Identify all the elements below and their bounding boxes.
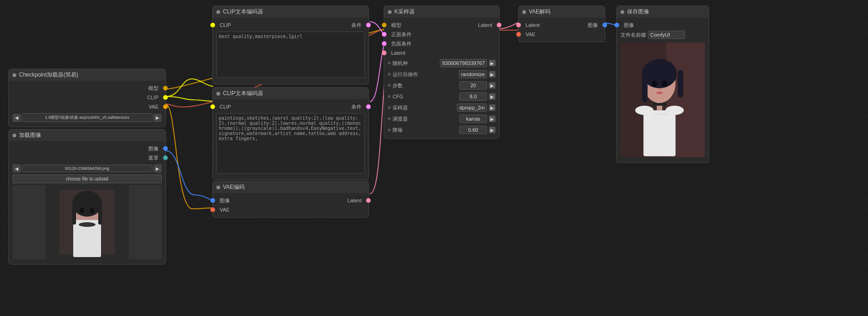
k-seed-row: 随机种 830006798339767 ▶: [384, 58, 499, 69]
clip-encoder2-header: CLIP文本编码器: [213, 88, 368, 99]
k-latent-row: Latent: [384, 48, 499, 58]
k-latent-out[interactable]: [497, 23, 501, 27]
k-cfg-arrow[interactable]: ▶: [489, 93, 495, 100]
k-pos-label: 正面条件: [388, 31, 414, 38]
vae-connector[interactable]: [163, 104, 168, 109]
load-image-header: 加载图像: [9, 129, 165, 141]
k-cfg-value[interactable]: 8.0: [459, 92, 487, 101]
model-label: 模型: [146, 85, 161, 92]
k-action-value[interactable]: randomize: [459, 70, 487, 78]
image-out-connector[interactable]: [163, 146, 168, 151]
vae-enc-vae-label: VAE: [217, 207, 232, 213]
load-image-dot: [13, 134, 16, 137]
vae-enc-image-row: 图像 Latent: [213, 196, 368, 205]
k-action-arrow[interactable]: ▶: [489, 71, 495, 77]
svg-rect-15: [642, 70, 647, 102]
svg-point-18: [662, 80, 667, 87]
svg-rect-6: [98, 201, 102, 225]
clip-enc2-cond-out[interactable]: [366, 104, 371, 109]
svg-point-19: [659, 89, 660, 90]
k-steps-value[interactable]: 20: [459, 81, 487, 90]
clip-enc1-clip-in[interactable]: [210, 23, 215, 27]
k-scheduler-arrow[interactable]: ▶: [489, 116, 495, 122]
save-image-in-label: 图像: [621, 22, 637, 29]
vae-dec-image-out[interactable]: [602, 23, 607, 27]
model-connector[interactable]: [163, 86, 168, 90]
clip-encoder2-text[interactable]: paintings,sketches,(worst quality:2),(lo…: [216, 113, 365, 174]
clip-encoder2-body: CLIP 条件 paintings,sketches,(worst qualit…: [213, 99, 368, 180]
svg-rect-26: [653, 114, 667, 115]
k-latent-label: Latent: [388, 50, 408, 56]
k-model-label: 模型: [388, 22, 404, 29]
checkpoint-header: Checkpoint加载器(简易): [9, 69, 165, 81]
load-image-thumb: [13, 185, 162, 259]
svg-point-4: [72, 191, 102, 217]
svg-rect-22: [653, 103, 666, 106]
vae-enc-image-label: 图像: [217, 197, 233, 204]
vae-decoder-body: Latent 图像 VAE: [519, 18, 605, 42]
k-cfg-row: CFG 8.0 ▶: [384, 91, 499, 102]
k-sampler-type-arrow[interactable]: ▶: [489, 104, 495, 111]
vae-encoder-body: 图像 Latent VAE: [213, 193, 368, 217]
k-denoise-arrow[interactable]: ▶: [489, 127, 495, 133]
k-sampler-type-label: 采样器: [393, 104, 455, 111]
k-denoise-icon: [388, 129, 391, 131]
vae-enc-vae-in[interactable]: [210, 207, 215, 212]
k-denoise-row: 降噪 0.60 ▶: [384, 124, 499, 135]
k-cfg-label: CFG: [393, 94, 457, 99]
svg-point-24: [635, 106, 654, 115]
k-steps-label: 步数: [393, 82, 457, 89]
k-latent-out-label: Latent: [475, 22, 495, 28]
vae-enc-latent-out[interactable]: [366, 198, 371, 203]
filename-row: 文件名前缀 ComfyUI: [617, 30, 709, 40]
image-out-label: 图像: [146, 145, 161, 152]
mask-out-connector[interactable]: [163, 155, 168, 160]
k-sampler-type-value[interactable]: dpmpp_2m: [457, 103, 487, 112]
k-model-row: 模型 Latent: [384, 20, 499, 30]
k-model-in[interactable]: [382, 23, 386, 27]
vae-label: VAE: [146, 104, 161, 110]
k-pos-in[interactable]: [382, 32, 386, 37]
vae-dec-image-out-label: 图像: [585, 22, 601, 29]
vae-dec-latent-label: Latent: [523, 22, 543, 28]
upload-button[interactable]: choose file to upload: [13, 174, 162, 183]
image-next-btn[interactable]: ▶: [153, 164, 162, 173]
clip-label: CLIP: [145, 95, 161, 100]
clip-enc1-dot: [216, 10, 220, 14]
k-pos-row: 正面条件: [384, 30, 499, 39]
clip-encoder1-text[interactable]: best quality,masterpiece,1girl: [216, 32, 365, 78]
vae-dec-latent-in[interactable]: [516, 23, 521, 27]
clip-connector[interactable]: [163, 95, 168, 100]
image-selector: ◀ 00120-2366584358.png ▶: [13, 164, 162, 173]
clip-enc1-clip-label: CLIP: [217, 22, 234, 28]
k-denoise-value[interactable]: 0.60: [459, 126, 487, 134]
clip-enc1-cond-out[interactable]: [366, 23, 371, 27]
vae-enc-image-in[interactable]: [210, 198, 215, 203]
clip-enc2-clip-in[interactable]: [210, 104, 215, 109]
k-scheduler-value[interactable]: karras: [459, 115, 487, 123]
k-seed-value[interactable]: 830006798339767: [440, 59, 487, 67]
svg-point-8: [90, 208, 95, 213]
vae-decoder-header: VAE解码: [519, 6, 605, 18]
k-steps-arrow[interactable]: ▶: [489, 82, 495, 89]
k-denoise-label: 降噪: [393, 127, 457, 134]
k-latent-in[interactable]: [382, 51, 386, 55]
k-sampler-dot: [388, 10, 392, 14]
k-steps-row: 步数 20 ▶: [384, 80, 499, 91]
clip-encoder2-title: CLIP文本编码器: [223, 90, 263, 97]
vae-dec-vae-in[interactable]: [516, 32, 521, 37]
k-sampler-title: K采样器: [394, 8, 415, 16]
k-seed-arrow[interactable]: ▶: [489, 60, 495, 66]
image-value: 00120-2366584358.png: [22, 165, 152, 172]
port-vae: VAE: [9, 102, 165, 111]
save-image-dot: [621, 10, 624, 14]
image-prev-btn[interactable]: ◀: [13, 164, 21, 173]
filename-value[interactable]: ComfyUI: [648, 31, 685, 39]
vae-enc-vae-row: VAE: [213, 205, 368, 214]
checkpoint-prev-btn[interactable]: ◀: [13, 114, 21, 122]
k-neg-in[interactable]: [382, 41, 386, 46]
svg-rect-5: [72, 201, 76, 225]
checkpoint-next-btn[interactable]: ▶: [153, 114, 162, 122]
vae-dec-dot: [522, 10, 526, 14]
save-image-in[interactable]: [615, 23, 619, 27]
